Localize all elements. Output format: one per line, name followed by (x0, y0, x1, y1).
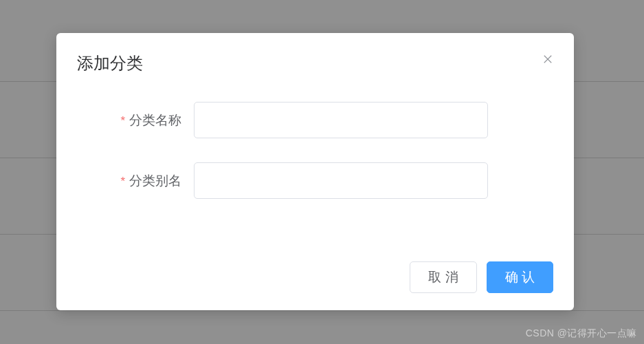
category-alias-row: *分类别名 (77, 162, 553, 199)
close-icon (542, 53, 554, 65)
close-button[interactable] (541, 52, 555, 66)
confirm-button[interactable]: 确 认 (487, 261, 553, 293)
cancel-button[interactable]: 取 消 (410, 261, 476, 293)
category-name-label: *分类名称 (98, 111, 194, 129)
category-alias-label-text: 分类别名 (129, 173, 181, 188)
required-asterisk: * (120, 175, 125, 188)
modal-title: 添加分类 (77, 52, 553, 74)
category-alias-input[interactable] (194, 162, 488, 199)
required-asterisk: * (120, 114, 125, 127)
category-name-label-text: 分类名称 (129, 113, 181, 127)
watermark: CSDN @记得开心一点嘛 (526, 327, 637, 340)
modal-footer: 取 消 确 认 (410, 261, 553, 293)
add-category-modal: 添加分类 *分类名称 *分类别名 取 消 确 认 (56, 33, 574, 310)
category-name-input[interactable] (194, 102, 488, 138)
category-name-row: *分类名称 (77, 102, 553, 138)
category-alias-label: *分类别名 (98, 172, 194, 190)
